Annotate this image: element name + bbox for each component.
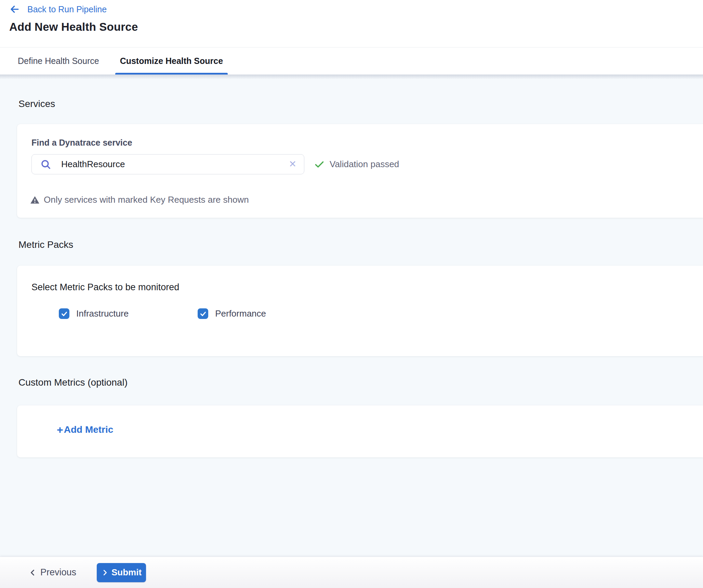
content-area: Services Find a Dynatrace service ✕ Vali… [0,75,703,557]
performance-label: Performance [215,308,266,319]
performance-checkbox[interactable] [198,308,208,319]
custom-metrics-section-heading: Custom Metrics (optional) [18,377,128,388]
validation-status: Validation passed [314,154,399,174]
page-title: Add New Health Source [9,21,138,34]
services-section-heading: Services [18,98,55,109]
back-link-label: Back to Run Pipeline [27,4,107,14]
page-header: Back to Run Pipeline Add New Health Sour… [0,0,703,47]
tab-customize-health-source[interactable]: Customize Health Source [115,48,228,75]
services-card: Find a Dynatrace service ✕ Validation pa… [17,124,703,218]
submit-button[interactable]: Submit [97,563,146,582]
warning-text: Only services with marked Key Requests a… [44,195,249,205]
add-metric-label: Add Metric [64,424,114,435]
add-metric-button[interactable]: + Add Metric [57,424,113,435]
infrastructure-checkbox[interactable] [59,308,69,319]
metric-pack-option-performance[interactable]: Performance [198,308,266,319]
check-icon [314,159,325,170]
submit-label: Submit [111,567,142,578]
footer-bar: Previous Submit [0,557,703,588]
search-icon [40,159,52,170]
plus-icon: + [57,424,63,435]
metric-packs-section-heading: Metric Packs [18,239,73,250]
dynatrace-service-search-input[interactable] [61,159,287,170]
clear-search-icon[interactable]: ✕ [287,159,298,170]
metric-pack-option-infrastructure[interactable]: Infrastructure [59,308,129,319]
services-warning: Only services with marked Key Requests a… [30,195,249,205]
health-source-tabbar: Define Health Source Customize Health So… [0,47,703,75]
metric-packs-card: Select Metric Packs to be monitored Infr… [17,266,703,356]
previous-label: Previous [40,567,76,578]
back-to-run-pipeline-link[interactable]: Back to Run Pipeline [10,4,107,14]
back-arrow-icon [10,4,20,14]
custom-metrics-card: + Add Metric [17,405,703,457]
dynatrace-service-search-box[interactable]: ✕ [31,154,304,174]
previous-button[interactable]: Previous [29,567,76,578]
validation-text: Validation passed [330,159,399,170]
chevron-left-icon [29,569,37,577]
warning-icon [30,195,40,205]
tab-define-health-source[interactable]: Define Health Source [17,48,100,75]
metric-packs-options: Infrastructure Performance [59,308,266,319]
dynatrace-service-label: Find a Dynatrace service [31,138,132,148]
metric-packs-subtitle: Select Metric Packs to be monitored [31,282,179,293]
infrastructure-label: Infrastructure [76,308,129,319]
chevron-right-icon [101,569,109,576]
